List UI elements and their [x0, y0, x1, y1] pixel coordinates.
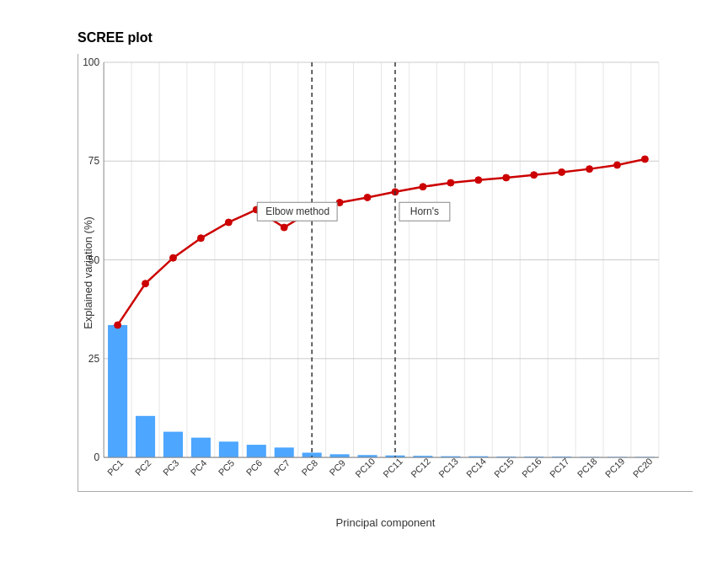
- svg-text:PC1: PC1: [105, 457, 126, 478]
- chart-container: SCREE plot Explained variation (%) Princ…: [19, 13, 709, 553]
- svg-rect-31: [136, 416, 155, 457]
- svg-point-70: [115, 322, 121, 328]
- svg-point-88: [613, 162, 620, 168]
- svg-rect-30: [108, 325, 127, 457]
- svg-rect-33: [191, 438, 211, 457]
- svg-text:PC7: PC7: [272, 457, 292, 478]
- svg-point-74: [225, 219, 232, 226]
- svg-point-83: [475, 177, 482, 184]
- svg-point-87: [586, 166, 593, 173]
- svg-text:PC11: PC11: [381, 456, 404, 479]
- svg-point-85: [531, 172, 538, 179]
- svg-text:PC13: PC13: [436, 456, 460, 479]
- svg-point-89: [641, 156, 648, 163]
- svg-text:25: 25: [88, 353, 100, 365]
- svg-text:PC18: PC18: [575, 456, 599, 479]
- svg-point-79: [364, 194, 371, 200]
- svg-text:PC12: PC12: [409, 456, 432, 479]
- svg-point-81: [420, 184, 426, 190]
- svg-text:PC19: PC19: [603, 456, 627, 479]
- svg-rect-38: [330, 454, 350, 457]
- x-axis-label: Principal component: [336, 516, 436, 529]
- svg-text:PC16: PC16: [520, 456, 543, 479]
- svg-text:PC10: PC10: [353, 456, 377, 479]
- svg-text:100: 100: [83, 56, 99, 68]
- svg-text:PC17: PC17: [548, 456, 571, 479]
- svg-point-82: [447, 179, 454, 186]
- svg-text:0: 0: [94, 451, 99, 463]
- svg-rect-32: [163, 432, 183, 457]
- svg-text:50: 50: [88, 254, 100, 266]
- svg-point-72: [169, 254, 176, 261]
- svg-text:PC4: PC4: [189, 457, 209, 478]
- svg-text:Horn's: Horn's: [410, 206, 439, 217]
- svg-text:PC9: PC9: [327, 457, 347, 478]
- svg-point-73: [197, 235, 204, 242]
- svg-point-84: [503, 174, 510, 181]
- svg-rect-36: [275, 447, 294, 457]
- svg-text:PC6: PC6: [244, 457, 265, 478]
- svg-text:PC3: PC3: [161, 457, 181, 478]
- chart-title: SCREE plot: [78, 30, 693, 45]
- svg-point-86: [559, 168, 565, 175]
- svg-text:PC20: PC20: [631, 456, 655, 479]
- svg-text:PC14: PC14: [464, 456, 488, 479]
- svg-rect-34: [219, 441, 238, 457]
- svg-text:PC2: PC2: [133, 457, 153, 478]
- svg-text:75: 75: [88, 155, 100, 167]
- svg-rect-35: [247, 445, 266, 457]
- svg-text:PC8: PC8: [300, 457, 320, 478]
- chart-area: Explained variation (%) Principal compon…: [78, 54, 693, 492]
- svg-point-71: [142, 280, 149, 287]
- svg-text:PC15: PC15: [492, 456, 516, 479]
- chart-svg: 0255075100PC1PC2PC3PC4PC5PC6PC7PC8PC9PC1…: [78, 54, 693, 491]
- svg-point-76: [281, 224, 287, 231]
- svg-text:PC5: PC5: [217, 457, 237, 478]
- svg-text:Elbow method: Elbow method: [265, 206, 329, 217]
